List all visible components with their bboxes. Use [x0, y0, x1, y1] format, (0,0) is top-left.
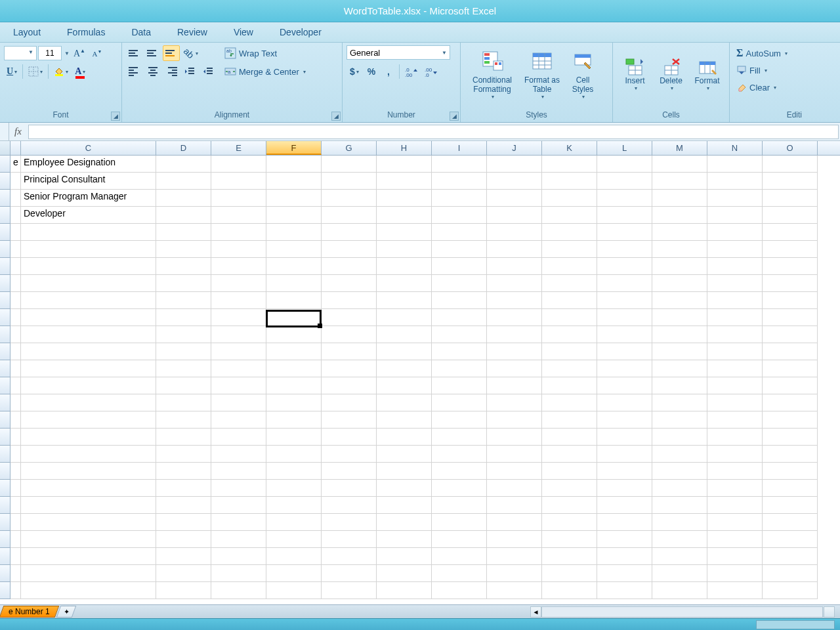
decrease-indent-button[interactable] — [181, 64, 198, 79]
cell[interactable] — [266, 326, 322, 343]
hscroll-track[interactable] — [541, 606, 823, 618]
cell[interactable] — [377, 224, 432, 241]
cell[interactable] — [542, 224, 597, 241]
cell[interactable] — [707, 224, 763, 241]
cell[interactable] — [156, 394, 211, 411]
clear-button[interactable]: Clear ▾ — [734, 79, 805, 95]
cell[interactable] — [10, 275, 21, 292]
cell[interactable] — [763, 514, 818, 531]
cell[interactable] — [597, 463, 652, 480]
cell[interactable] — [10, 411, 21, 429]
cell[interactable] — [10, 173, 21, 190]
cell[interactable] — [707, 360, 763, 377]
col-header-j[interactable]: J — [487, 141, 542, 155]
spreadsheet-grid[interactable]: C D E F G H I J K L M N O eEmployee Desi… — [0, 141, 840, 604]
cell[interactable] — [266, 565, 322, 582]
cell[interactable] — [763, 190, 818, 207]
cell[interactable] — [377, 377, 432, 394]
cell[interactable] — [211, 292, 266, 309]
cell[interactable] — [266, 156, 322, 173]
cell[interactable] — [542, 411, 597, 429]
cell[interactable] — [763, 156, 818, 173]
cell[interactable] — [763, 582, 818, 599]
cell[interactable] — [707, 497, 763, 514]
cell[interactable] — [487, 531, 542, 548]
cell[interactable] — [211, 463, 266, 480]
hscroll-left-button[interactable]: ◄ — [530, 606, 541, 618]
cell[interactable] — [542, 190, 597, 207]
cell[interactable] — [707, 531, 763, 548]
col-header-o[interactable]: O — [763, 141, 818, 155]
cell[interactable] — [266, 582, 322, 599]
tab-review[interactable]: Review — [164, 27, 220, 37]
cell[interactable] — [377, 207, 432, 224]
cell[interactable] — [432, 241, 487, 258]
cell[interactable] — [487, 326, 542, 343]
cell[interactable] — [211, 582, 266, 599]
cell[interactable] — [377, 429, 432, 446]
fill-color-button[interactable]: ▾ — [51, 64, 71, 79]
cell[interactable] — [542, 241, 597, 258]
cell[interactable] — [10, 360, 21, 377]
col-header-e[interactable]: E — [211, 141, 266, 155]
cell[interactable] — [21, 275, 156, 292]
conditional-formatting-button[interactable]: Conditional Formatting ▾ — [465, 45, 520, 103]
name-box[interactable] — [0, 123, 9, 140]
cell[interactable] — [542, 156, 597, 173]
delete-cells-button[interactable]: Delete ▾ — [653, 45, 689, 103]
cell[interactable] — [763, 480, 818, 497]
row-header[interactable] — [0, 309, 10, 326]
cell[interactable] — [542, 292, 597, 309]
font-dialog-launcher[interactable]: ◢ — [111, 112, 120, 121]
cell[interactable] — [652, 173, 707, 190]
cell[interactable] — [322, 292, 377, 309]
row-header[interactable] — [0, 411, 10, 429]
cell[interactable] — [597, 309, 652, 326]
align-top-button[interactable] — [126, 45, 143, 61]
cell-styles-button[interactable]: Cell Styles ▾ — [564, 45, 601, 103]
cell[interactable] — [211, 241, 266, 258]
align-middle-button[interactable] — [144, 45, 161, 61]
cell[interactable] — [432, 190, 487, 207]
cell[interactable] — [542, 173, 597, 190]
cell[interactable] — [322, 531, 377, 548]
cell[interactable] — [211, 446, 266, 463]
cell[interactable] — [10, 514, 21, 531]
cell[interactable] — [266, 480, 322, 497]
cell[interactable] — [652, 241, 707, 258]
row-header[interactable] — [0, 446, 10, 463]
cell[interactable] — [211, 514, 266, 531]
cell[interactable] — [432, 531, 487, 548]
percent-format-button[interactable]: % — [364, 64, 379, 79]
cell[interactable] — [542, 565, 597, 582]
cell[interactable] — [652, 548, 707, 565]
cell[interactable] — [21, 548, 156, 565]
cell[interactable] — [707, 514, 763, 531]
cell[interactable] — [597, 480, 652, 497]
cell[interactable] — [322, 548, 377, 565]
cell[interactable] — [707, 446, 763, 463]
cell[interactable] — [156, 446, 211, 463]
cell[interactable] — [211, 531, 266, 548]
cell[interactable] — [266, 548, 322, 565]
cell[interactable] — [156, 411, 211, 429]
cell[interactable] — [211, 429, 266, 446]
cell[interactable] — [322, 343, 377, 360]
cell[interactable] — [432, 309, 487, 326]
cell[interactable] — [763, 292, 818, 309]
cell[interactable] — [542, 446, 597, 463]
cell[interactable] — [487, 394, 542, 411]
cell[interactable] — [211, 480, 266, 497]
cell[interactable] — [432, 514, 487, 531]
cell[interactable] — [763, 565, 818, 582]
cell[interactable] — [266, 411, 322, 429]
cell[interactable] — [266, 241, 322, 258]
orientation-button[interactable]: ab▾ — [181, 45, 201, 61]
cell[interactable] — [211, 258, 266, 275]
col-header-h[interactable]: H — [377, 141, 432, 155]
cell[interactable] — [21, 463, 156, 480]
cell[interactable] — [10, 207, 21, 224]
cell[interactable] — [21, 565, 156, 582]
cell[interactable] — [266, 292, 322, 309]
cell[interactable] — [597, 394, 652, 411]
